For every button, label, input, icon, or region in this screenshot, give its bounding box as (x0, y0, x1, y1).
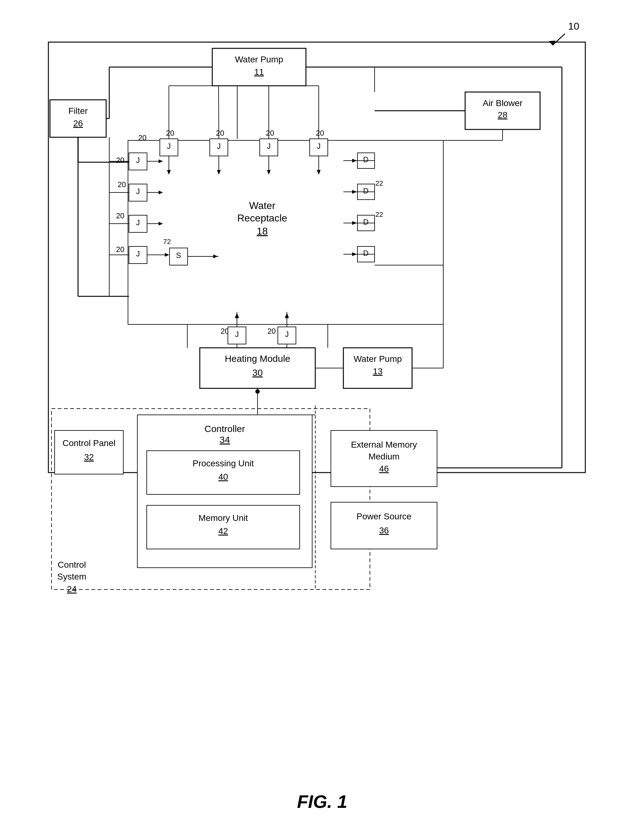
controller-num: 34 (219, 434, 230, 445)
controller-label: Controller (204, 424, 245, 434)
external-memory-num: 46 (379, 464, 389, 473)
water-pump-11-num: 11 (254, 67, 264, 77)
ref-22-1: 22 (376, 179, 383, 187)
ref-20-bot2: 20 (268, 327, 276, 335)
ref-20-left1: 20 (116, 156, 125, 164)
d-box-4: D (363, 249, 368, 257)
water-receptacle-label: Water (249, 200, 276, 211)
d-box-3: D (363, 218, 368, 226)
figure-label: FIG. 1 (297, 791, 347, 812)
control-panel-num: 32 (84, 452, 94, 462)
heating-module-label: Heating Module (225, 354, 290, 364)
filter-26-label: Filter (68, 106, 88, 116)
j-box-3: J (267, 142, 271, 151)
ref-20-1: 20 (138, 134, 147, 142)
svg-point-59 (255, 389, 260, 394)
ref-10: 10 (568, 21, 579, 32)
ref-20-left4: 20 (116, 245, 125, 254)
ref-20-2: 20 (166, 129, 174, 137)
svg-line-0 (552, 34, 565, 45)
water-receptacle-label2: Receptacle (237, 213, 287, 224)
ref-20-4: 20 (266, 129, 274, 137)
processing-unit-label: Processing Unit (192, 458, 254, 468)
water-pump-13-num: 13 (373, 367, 383, 376)
svg-rect-6 (128, 140, 443, 324)
ref-20-left3: 20 (116, 211, 125, 220)
control-system-num: 24 (67, 584, 77, 594)
water-pump-13-label: Water Pump (354, 354, 402, 364)
heating-module-num: 30 (252, 367, 263, 378)
j-box-4: J (317, 142, 320, 151)
d-box-2: D (363, 187, 368, 195)
j-bottom-1: J (235, 330, 239, 339)
control-system-label2: System (57, 572, 86, 581)
processing-unit-num: 40 (218, 472, 228, 481)
j-box-2: J (217, 142, 221, 151)
air-blower-28-label: Air Blower (483, 98, 522, 108)
j-bottom-2: J (285, 330, 289, 339)
ref-22-2: 22 (376, 211, 383, 218)
power-source-num: 36 (379, 526, 389, 535)
ref-20-3: 20 (216, 129, 225, 137)
ref-72: 72 (163, 238, 171, 246)
j-left-2: J (136, 187, 140, 196)
external-memory-label: External Memory (351, 440, 417, 449)
ref-20-left2: 20 (118, 180, 126, 189)
control-panel-label: Control Panel (62, 438, 115, 448)
power-source-label: Power Source (356, 512, 411, 521)
j-left-4: J (136, 249, 140, 258)
memory-unit-label: Memory Unit (199, 513, 248, 523)
diagram-container: 10 Water Pump 11 Filter 26 Air Blower 28… (0, 0, 644, 840)
water-receptacle-num: 18 (256, 226, 268, 237)
j-box-1: J (167, 142, 171, 151)
control-system-label: Control (58, 560, 86, 570)
ref-20-5: 20 (316, 129, 324, 137)
j-left-1: J (136, 156, 140, 164)
j-left-3: J (136, 218, 140, 227)
air-blower-28-num: 28 (498, 110, 507, 120)
svg-line-109 (219, 86, 219, 139)
s-box: S (176, 251, 181, 260)
memory-unit-num: 42 (218, 526, 228, 536)
d-box-1: D (363, 156, 368, 164)
filter-26-num: 26 (73, 118, 83, 128)
water-pump-11-label: Water Pump (235, 55, 283, 64)
external-memory-label2: Medium (368, 452, 399, 461)
